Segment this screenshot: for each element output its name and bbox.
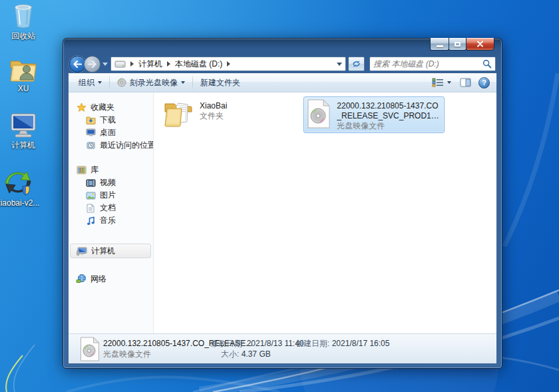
preview-pane-button[interactable] xyxy=(459,78,472,87)
drive-icon xyxy=(114,60,126,69)
sidebar-item-network[interactable]: 网络 xyxy=(69,272,153,286)
sidebar-item-pictures[interactable]: 图片 xyxy=(69,189,153,202)
breadcrumb-arrow-icon xyxy=(130,61,134,67)
chevron-down-icon xyxy=(447,81,451,84)
sidebar-item-downloads[interactable]: 下载 xyxy=(69,114,153,126)
search-box[interactable] xyxy=(369,57,496,71)
sidebar-label: 文档 xyxy=(100,202,116,214)
address-breadcrumb-field[interactable]: 计算机 本地磁盘 (D:) xyxy=(110,57,346,71)
desktop-icon-computer[interactable]: 计算机 xyxy=(1,112,45,151)
navigation-pane: 收藏夹 下载 xyxy=(69,93,154,333)
downloads-folder-icon xyxy=(85,115,96,126)
breadcrumb-item-computer[interactable]: 计算机 xyxy=(138,59,162,70)
sidebar-label: 收藏夹 xyxy=(91,102,114,113)
size-label: 大小: xyxy=(221,349,239,359)
change-view-button[interactable] xyxy=(431,78,453,87)
refresh-button[interactable] xyxy=(348,57,365,71)
desktop-monitor-icon xyxy=(85,128,96,138)
sidebar-label: 下载 xyxy=(100,114,116,126)
file-type: 文件夹 xyxy=(200,111,227,121)
maximize-button[interactable] xyxy=(449,38,466,51)
disc-icon xyxy=(117,78,126,87)
sidebar-label: 桌面 xyxy=(100,127,116,138)
star-icon xyxy=(76,102,87,112)
organize-button[interactable]: 组织 xyxy=(73,73,108,92)
sidebar-item-favorites[interactable]: 收藏夹 xyxy=(69,100,153,114)
address-dropdown-icon[interactable] xyxy=(337,63,342,66)
sidebar-label: 最近访问的位置 xyxy=(100,140,154,151)
breadcrumb-item-local-disk-d[interactable]: 本地磁盘 (D:) xyxy=(175,59,222,70)
sidebar-item-computer[interactable]: 计算机 xyxy=(70,244,151,258)
desktop-icon-label: XU xyxy=(1,84,45,93)
desktop-icon-xiaobai-app[interactable]: xiaobai-v2... xyxy=(0,168,40,208)
created-date-label: 创建日期: xyxy=(295,339,329,348)
desktop-icon-label: 计算机 xyxy=(1,140,45,151)
sidebar-item-libraries[interactable]: 库 xyxy=(69,163,153,176)
libraries-icon xyxy=(76,164,87,175)
organize-label: 组织 xyxy=(79,77,94,89)
desktop-icon-xu-folder[interactable]: XU xyxy=(1,57,45,93)
toolbar-divider xyxy=(192,75,193,91)
help-icon: ? xyxy=(482,79,486,87)
maximize-icon xyxy=(455,42,461,47)
new-folder-label: 新建文件夹 xyxy=(200,77,240,89)
music-icon xyxy=(85,216,96,226)
window-client-area: 组织 刻录光盘映像 新建文件夹 xyxy=(68,73,497,364)
recent-places-icon xyxy=(85,140,96,151)
search-icon[interactable] xyxy=(482,59,492,69)
sidebar-item-documents[interactable]: 文档 xyxy=(69,202,153,214)
refresh-icon xyxy=(352,60,361,68)
views-icon xyxy=(432,78,444,87)
file-tile-iso-selected[interactable]: 22000.132.210805-1437.CO_RELEASE_SVC_PRO… xyxy=(303,97,445,133)
sidebar-label: 视频 xyxy=(100,177,116,188)
sidebar-group-network: 网络 xyxy=(69,272,153,286)
computer-icon xyxy=(1,112,45,138)
sidebar-item-videos[interactable]: 视频 xyxy=(69,176,153,189)
details-pane: 22000.132.210805-1437.CO_RELEASE... 光盘映像… xyxy=(69,333,496,363)
sidebar-item-desktop[interactable]: 桌面 xyxy=(69,126,153,139)
sidebar-item-music[interactable]: 音乐 xyxy=(69,214,153,227)
created-date-value: 2021/8/17 16:05 xyxy=(332,339,390,348)
explorer-body: 收藏夹 下载 xyxy=(69,93,496,333)
chevron-down-icon xyxy=(98,81,102,84)
toolbar-divider xyxy=(109,75,110,91)
desktop-icon-recycle-bin[interactable]: 回收站 xyxy=(1,1,45,42)
forward-button[interactable] xyxy=(84,56,100,73)
help-button[interactable]: ? xyxy=(478,77,490,89)
sidebar-item-recent-places[interactable]: 最近访问的位置 xyxy=(69,139,153,152)
network-icon xyxy=(76,274,87,284)
address-bar-row: 计算机 本地磁盘 (D:) xyxy=(63,55,502,73)
burn-disc-image-button[interactable]: 刻录光盘映像 xyxy=(111,73,191,92)
folder-icon xyxy=(163,99,194,127)
sidebar-group-favorites: 收藏夹 下载 xyxy=(69,100,153,152)
recycle-bin-icon xyxy=(1,1,45,29)
new-folder-button[interactable]: 新建文件夹 xyxy=(194,73,246,92)
details-created-column: 创建日期: 2021/8/17 16:05 xyxy=(295,338,389,349)
computer-icon xyxy=(77,246,87,256)
explorer-window: 计算机 本地磁盘 (D:) 组织 xyxy=(63,38,502,369)
sidebar-label: 图片 xyxy=(100,190,116,201)
file-list: XiaoBai 文件夹 xyxy=(154,93,496,333)
modified-date-label: 修改日期: xyxy=(210,339,244,348)
search-input[interactable] xyxy=(373,59,482,69)
disc-image-file-icon xyxy=(307,99,331,128)
file-type: 光盘映像文件 xyxy=(337,121,441,131)
minimize-icon xyxy=(437,45,443,47)
file-name: 22000.132.210805-1437.CO_RELEASE_SVC_PRO… xyxy=(337,101,441,121)
desktop-icon-label: xiaobai-v2... xyxy=(0,198,40,208)
sidebar-group-libraries: 库 视频 xyxy=(69,163,153,227)
toolbar-right-group: ? xyxy=(431,73,490,92)
recent-pages-chevron-icon[interactable] xyxy=(102,63,108,66)
command-toolbar: 组织 刻录光盘映像 新建文件夹 xyxy=(69,73,496,93)
desktop: { "colors": { "wallpaper_top": "#2f9ae2"… xyxy=(0,0,559,392)
close-icon xyxy=(476,41,484,47)
file-tile-xiaobai[interactable]: XiaoBai 文件夹 xyxy=(160,97,301,133)
sidebar-label: 计算机 xyxy=(91,246,115,257)
minimize-button[interactable] xyxy=(430,38,449,51)
preview-pane-icon xyxy=(460,78,471,87)
close-button[interactable] xyxy=(466,38,494,51)
disc-image-file-icon xyxy=(80,337,100,361)
sidebar-label: 库 xyxy=(91,164,98,176)
size-value: 4.37 GB xyxy=(242,349,271,359)
burn-label: 刻录光盘映像 xyxy=(130,77,178,89)
